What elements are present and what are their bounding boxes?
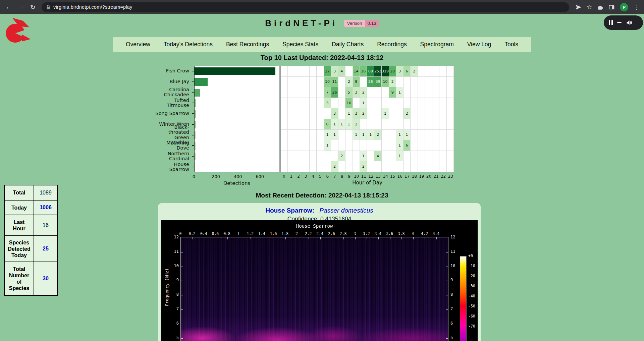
heatmap-cell: 1 [360,151,367,162]
spec-y-tick: 7 [450,306,453,311]
nav-item-daily-charts[interactable]: Daily Charts [332,41,364,48]
heatmap-cell [439,108,446,119]
y-tick-mark [446,267,448,267]
reload-icon[interactable]: ↻ [28,2,38,12]
heatmap-cell [432,108,439,119]
url-text[interactable]: virginia.birdnetpi.com/?stream=play [53,4,132,10]
nav-item-overview[interactable]: Overview [126,41,150,48]
nav-item-species-stats[interactable]: Species Stats [282,41,318,48]
heatmap-cell [310,140,317,151]
nav-item-view-log[interactable]: View Log [467,41,491,48]
heatmap-cell [447,108,454,119]
pause-icon[interactable] [609,20,613,25]
url-bar[interactable]: virginia.birdnetpi.com/?stream=play [42,2,569,12]
heatmap-cell [411,98,418,109]
species-common-name[interactable]: House Sparrow: [265,207,314,214]
heatmap-cell [396,98,403,109]
spec-y-tick: 7 [169,306,179,311]
heatmap-cell [418,98,425,109]
heatmap-cell [432,140,439,151]
nav-item-spectrogram[interactable]: Spectrogram [420,41,454,48]
heatmap-cell [317,130,324,140]
stats-value[interactable]: 1006 [34,200,57,215]
heatmap-cell [295,140,302,151]
bar-axis-tick: 600 [256,174,264,179]
bar-axis-ticks: 0200400600 [194,174,280,179]
heatmap-cell [374,98,382,109]
heatmap-cell [353,151,360,162]
heatmap-cell [353,161,360,172]
volume-icon[interactable] [626,19,633,26]
x-tick-mark [309,237,309,239]
side-panel-icon[interactable] [608,4,615,10]
heatmap-cell [447,98,454,109]
x-tick-mark [193,237,193,239]
heatmap-cell [338,87,345,98]
spec-y-tick: 12 [450,235,455,239]
y-tick-mark [446,281,448,281]
heatmap-cell [425,66,432,77]
heatmap-cell: 2 [411,66,418,77]
hour-axis-tick: 14 [383,174,388,179]
seek-bar[interactable] [617,22,622,23]
heatmap-cell [302,119,309,130]
nav-item-tools[interactable]: Tools [504,41,518,48]
detections-bar [195,153,196,160]
heatmap-cell [439,140,446,151]
species-label: Mourning Dove [154,140,192,151]
y-tick-mark [446,338,448,339]
heatmap-cell [317,161,324,172]
heatmap-cell [288,77,295,88]
extensions-icon[interactable] [597,4,603,10]
spec-x-tick: 4.2 [421,231,428,236]
bookmark-star-icon[interactable]: ☆ [587,3,592,11]
nav-item-recordings[interactable]: Recordings [377,41,407,48]
stats-value[interactable]: 30 [34,262,57,295]
nav-item-today-s-detections[interactable]: Today's Detections [164,41,213,48]
stats-row: Today1006 [4,200,57,215]
hour-axis-tick: 19 [419,174,424,179]
heatmap-cell: 6 [404,140,411,151]
spectrogram-title: House Sparrow [180,223,448,229]
stats-value[interactable]: 25 [34,236,57,262]
profile-avatar[interactable]: P [620,3,628,11]
hour-axis-tick: 0 [283,174,285,179]
spec-y-tick: 10 [450,264,455,268]
species-label: Carolina Chickadee [154,87,192,98]
heatmap-cell: 1 [324,140,331,151]
bar-axis-tick: 0 [193,174,195,179]
heatmap-cell [411,87,418,98]
send-icon[interactable] [575,4,582,10]
heatmap-cell [447,161,454,172]
heatmap-cell: 4 [338,66,345,77]
heatmap-cell: 1 [396,151,403,162]
heatmap-cell [288,87,295,98]
forward-icon[interactable]: → [15,2,26,12]
heatmap-cell [338,130,345,140]
heatmap-cell: 9 [389,87,396,98]
audio-player[interactable] [604,15,643,30]
heatmap-cell [432,87,439,98]
heatmap-cell [295,130,302,140]
hour-axis-tick: 12 [368,174,373,179]
heatmap-cell: 2 [353,119,360,130]
y-tick-mark [181,267,183,267]
spec-x-tick: 3.6 [386,231,393,236]
spec-x-tick: 0.8 [223,231,230,236]
bar-row [195,119,279,130]
heatmap-cell: 253 [374,66,382,77]
heatmap-cell [338,108,345,119]
heatmap-cell [374,87,382,98]
heatmap-cell [447,77,454,88]
nav-item-best-recordings[interactable]: Best Recordings [226,41,269,48]
species-label: Tufted Titmouse [154,98,192,108]
heatmap-cell [281,66,288,77]
menu-icon[interactable]: ⋮ [633,3,639,11]
heatmap-cell [389,151,396,162]
heatmap-cell [374,161,382,172]
heatmap-cell: 1 [360,98,367,109]
spec-x-tick: 1 [237,231,240,236]
heatmap-cell [374,108,382,119]
species-scientific-name[interactable]: Passer domesticus [319,207,373,214]
back-icon[interactable]: ← [3,2,14,12]
